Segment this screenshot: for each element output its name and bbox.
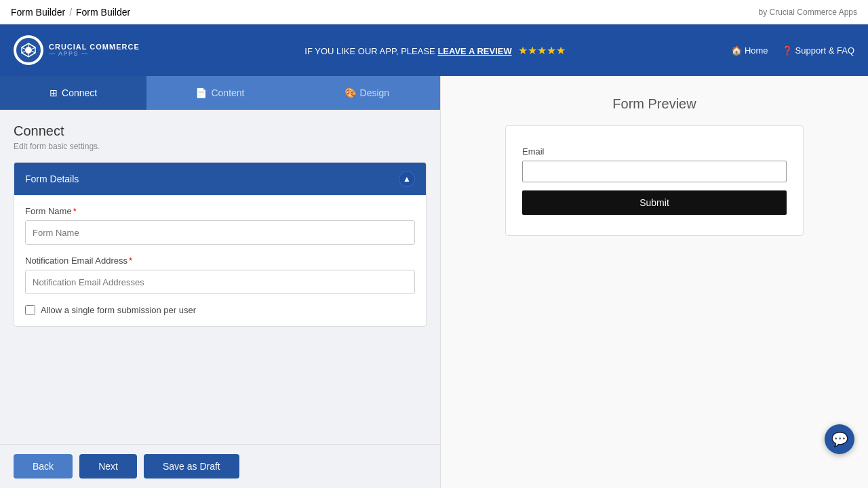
tab-content-label: Content [211, 87, 244, 98]
header-center: IF YOU LIKE OUR APP, PLEASE LEAVE A REVI… [304, 44, 566, 57]
byline: by Crucial Commerce Apps [759, 7, 857, 17]
header-nav: 🏠 Home ❓ Support & FAQ [731, 45, 854, 56]
tab-design[interactable]: 🎨 Design [294, 76, 440, 110]
layers-icon: ⊞ [50, 87, 58, 98]
tab-design-label: Design [360, 87, 390, 98]
home-label: Home [745, 45, 768, 56]
support-label: Support & FAQ [795, 45, 854, 56]
bottom-bar: Back Next Save as Draft [0, 444, 440, 488]
form-name-group: Form Name* [25, 206, 415, 245]
logo-icon [14, 35, 43, 65]
preview-email-input[interactable] [522, 161, 787, 182]
single-submission-checkbox[interactable] [25, 305, 35, 315]
next-button[interactable]: Next [79, 454, 137, 479]
preview-email-label: Email [522, 146, 787, 157]
logo: Crucial Commerce — Apps — [14, 35, 140, 65]
preview-submit-button[interactable]: Submit [522, 190, 787, 215]
page-title: Connect [14, 123, 427, 139]
chevron-up-icon: ▲ [403, 174, 411, 184]
card-toggle-button[interactable]: ▲ [399, 171, 415, 187]
card-header: Form Details ▲ [14, 163, 426, 195]
logo-text: Crucial Commerce — Apps — [49, 43, 140, 58]
header: Crucial Commerce — Apps — IF YOU LIKE OU… [0, 24, 868, 76]
tab-connect-label: Connect [62, 87, 97, 98]
tab-connect[interactable]: ⊞ Connect [0, 76, 146, 110]
svg-point-1 [25, 47, 32, 54]
back-button[interactable]: Back [14, 454, 73, 479]
form-name-input[interactable] [25, 220, 415, 245]
form-details-card: Form Details ▲ Form Name* Notific [14, 162, 427, 327]
preview-title: Form Preview [612, 96, 696, 112]
review-prompt: IF YOU LIKE OUR APP, PLEASE [304, 46, 435, 56]
support-link[interactable]: ❓ Support & FAQ [782, 45, 854, 56]
required-star: * [73, 206, 77, 216]
chat-bubble-button[interactable]: 💬 [825, 424, 854, 454]
topbar: Form Builder / Form Builder by Crucial C… [0, 0, 868, 24]
breadcrumb-separator: / [69, 7, 72, 18]
notification-email-group: Notification Email Address* [25, 256, 415, 294]
single-submission-label[interactable]: Allow a single form submission per user [41, 305, 196, 315]
required-star-2: * [129, 256, 132, 266]
content-area: Connect Edit form basic settings. Form D… [0, 110, 440, 444]
support-icon: ❓ [782, 45, 793, 56]
left-panel: ⊞ Connect 📄 Content 🎨 Design Connect Edi… [0, 76, 441, 488]
card-body: Form Name* Notification Email Address* A… [14, 195, 426, 326]
right-panel: Form Preview Email Submit [441, 76, 868, 488]
page-subtitle: Edit form basic settings. [14, 142, 427, 151]
chat-icon: 💬 [831, 431, 848, 447]
notification-email-input[interactable] [25, 270, 415, 294]
main-layout: ⊞ Connect 📄 Content 🎨 Design Connect Edi… [0, 76, 868, 488]
logo-svg [16, 38, 41, 62]
paint-icon: 🎨 [344, 87, 356, 98]
breadcrumb-2: Form Builder [76, 7, 130, 18]
file-icon: 📄 [195, 87, 207, 98]
breadcrumb-1: Form Builder [11, 7, 65, 18]
home-link[interactable]: 🏠 Home [731, 45, 768, 56]
form-name-label: Form Name* [25, 206, 415, 216]
logo-line2: — Apps — [49, 51, 140, 58]
single-submission-row: Allow a single form submission per user [25, 305, 415, 315]
stars: ★★★★★ [518, 45, 566, 56]
notification-email-label: Notification Email Address* [25, 256, 415, 266]
preview-form: Email Submit [505, 125, 804, 236]
tab-content[interactable]: 📄 Content [146, 76, 293, 110]
card-header-title: Form Details [25, 174, 79, 184]
leave-review-link[interactable]: LEAVE A REVIEW [437, 46, 511, 56]
save-draft-button[interactable]: Save as Draft [144, 454, 239, 479]
tabs: ⊞ Connect 📄 Content 🎨 Design [0, 76, 440, 110]
home-icon: 🏠 [731, 45, 742, 56]
